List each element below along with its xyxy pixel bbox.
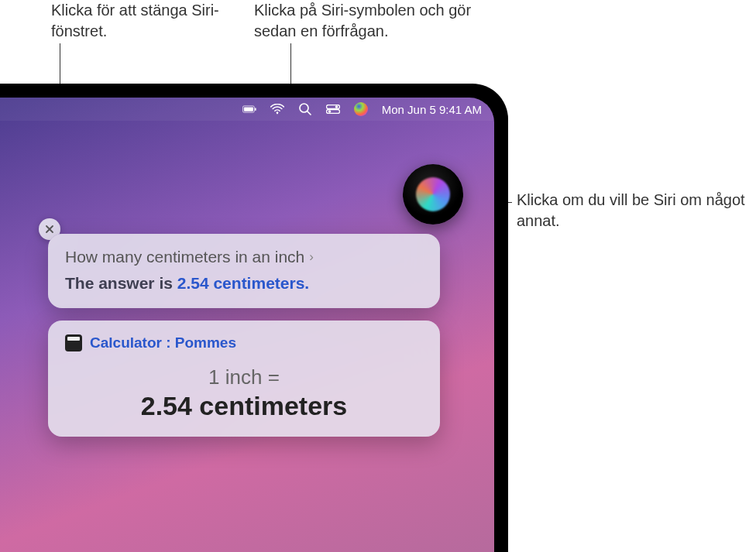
svg-line-5 (308, 111, 311, 115)
battery-icon[interactable] (242, 102, 256, 116)
siri-orb-button[interactable] (403, 164, 463, 225)
spotlight-search-icon[interactable] (298, 102, 312, 116)
callout-close-siri: Klicka för att stänga Siri-fönstret. (51, 0, 245, 42)
siri-query-text: How many centimeters in an inch (65, 248, 304, 266)
svg-point-3 (276, 111, 278, 114)
siri-answer-value: 2.54 centimeters. (177, 274, 309, 292)
siri-menubar-icon[interactable] (354, 102, 368, 116)
svg-rect-2 (255, 108, 256, 111)
callout-siri-orb: Klicka om du vill be Siri om något annat… (517, 190, 749, 231)
calculator-icon (65, 334, 82, 351)
desktop-wallpaper: Mon Jun 5 9:41 AM How many centimeters i… (0, 98, 494, 552)
svg-rect-1 (244, 107, 253, 111)
calculator-card-title: Calculator : Pommes (90, 334, 236, 351)
siri-answer-text: The answer is 2.54 centimeters. (65, 274, 423, 293)
device-frame: Mon Jun 5 9:41 AM How many centimeters i… (0, 84, 508, 552)
chevron-right-icon: › (309, 249, 314, 265)
wifi-icon[interactable] (270, 102, 284, 116)
siri-response-panel: How many centimeters in an inch › The an… (48, 234, 440, 449)
svg-point-9 (328, 110, 331, 113)
callout-menubar-siri: Klicka på Siri-symbolen och gör sedan en… (254, 0, 502, 42)
conversion-input: 1 inch = (65, 365, 423, 389)
siri-answer-prefix: The answer is (65, 274, 177, 292)
menubar-date-time[interactable]: Mon Jun 5 9:41 AM (382, 103, 482, 116)
siri-orb-glow (416, 177, 450, 211)
svg-point-7 (335, 105, 338, 108)
conversion-output: 2.54 centimeters (65, 391, 423, 421)
svg-point-4 (300, 104, 308, 112)
control-center-icon[interactable] (326, 102, 340, 116)
close-icon (44, 224, 55, 235)
siri-calculator-card[interactable]: Calculator : Pommes 1 inch = 2.54 centim… (48, 321, 440, 437)
siri-answer-card[interactable]: How many centimeters in an inch › The an… (48, 234, 440, 308)
